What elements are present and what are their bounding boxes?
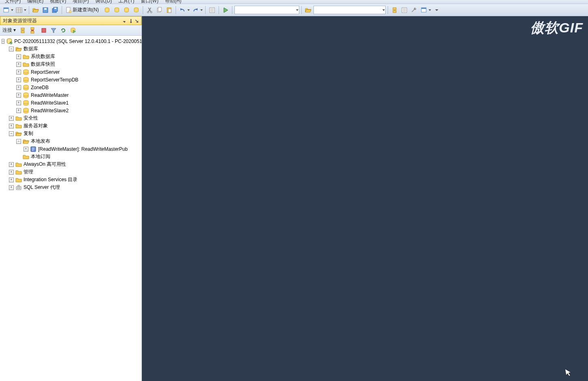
- template-explorer-button[interactable]: [400, 6, 409, 15]
- save-button[interactable]: [41, 6, 50, 15]
- dmx-query-button[interactable]: [132, 6, 141, 15]
- tree-security[interactable]: + 安全性: [2, 114, 142, 122]
- panel-menu-icon[interactable]: [120, 17, 127, 24]
- tree-db-readwritemaster[interactable]: + ReadWriteMaster: [2, 91, 142, 99]
- database-combo[interactable]: [313, 6, 386, 14]
- new-query-label: 新建查询(N): [72, 6, 101, 13]
- folder-icon: [23, 61, 29, 68]
- tree-db-reportservertempdb[interactable]: + ReportServerTempDB: [2, 76, 142, 83]
- add-item-dropdown[interactable]: [24, 6, 27, 15]
- tree-label: ReadWriteMaster: [31, 92, 69, 98]
- tree-alwayson[interactable]: + AlwaysOn 高可用性: [2, 161, 142, 168]
- expand-icon[interactable]: +: [9, 178, 14, 182]
- document-area: 傲软GIF: [142, 16, 588, 381]
- save-all-button[interactable]: [51, 6, 60, 15]
- expand-icon[interactable]: +: [16, 70, 21, 75]
- connect-button[interactable]: [18, 26, 27, 35]
- panel-title-text: 对象资源管理器: [3, 17, 37, 24]
- menu-project[interactable]: 项目(P): [69, 0, 92, 3]
- solution-config-combo[interactable]: [234, 6, 299, 14]
- panel-pin-icon[interactable]: [127, 17, 133, 24]
- toolbar-overflow-button[interactable]: [432, 6, 441, 15]
- expand-icon[interactable]: +: [16, 93, 21, 98]
- object-tree[interactable]: − PC-202005111332 (SQL Server 12.0.4100.…: [0, 36, 142, 381]
- main-toolbar: 新建查询(N): [0, 4, 588, 16]
- tree-server-root[interactable]: − PC-202005111332 (SQL Server 12.0.4100.…: [2, 37, 142, 45]
- connect-label[interactable]: 连接 ▾: [2, 27, 17, 34]
- expand-icon[interactable]: +: [9, 124, 14, 128]
- menu-window[interactable]: 窗口(W): [137, 0, 161, 3]
- undo-button[interactable]: [178, 6, 187, 15]
- start-debug-button[interactable]: [221, 6, 230, 15]
- expand-icon[interactable]: +: [16, 85, 21, 90]
- activity-monitor-button[interactable]: [208, 6, 217, 15]
- explorer-exec-button[interactable]: [69, 26, 77, 35]
- undo-dropdown[interactable]: [187, 6, 190, 15]
- tree-label: 系统数据库: [31, 53, 55, 60]
- expand-icon[interactable]: +: [9, 170, 14, 175]
- tree-management[interactable]: + 管理: [2, 168, 142, 176]
- tree-db-readwriteslave2[interactable]: + ReadWriteSlave2: [2, 107, 142, 114]
- expand-icon[interactable]: +: [9, 116, 14, 121]
- tree-replication[interactable]: − 复制: [2, 130, 142, 137]
- registered-servers-button[interactable]: [390, 6, 399, 15]
- refresh-button[interactable]: [59, 26, 68, 35]
- new-query-button[interactable]: 新建查询(N): [64, 6, 102, 15]
- mdx-query-button[interactable]: [122, 6, 131, 15]
- menu-tools[interactable]: 工具(T): [115, 0, 137, 3]
- new-project-button[interactable]: [2, 6, 11, 15]
- stop-button[interactable]: [39, 26, 48, 35]
- expand-icon[interactable]: +: [24, 147, 28, 152]
- cut-button[interactable]: [145, 6, 154, 15]
- expand-icon[interactable]: −: [16, 139, 21, 144]
- open-file-button[interactable]: [31, 6, 40, 15]
- expand-icon[interactable]: +: [9, 185, 14, 190]
- tree-integration-services[interactable]: + Integration Services 目录: [2, 176, 142, 184]
- tree-server-objects[interactable]: + 服务器对象: [2, 122, 142, 130]
- copy-button[interactable]: [155, 6, 164, 15]
- properties-button[interactable]: [410, 6, 418, 15]
- new-project-dropdown[interactable]: [11, 6, 14, 15]
- expand-icon[interactable]: −: [9, 47, 14, 51]
- database-icon: [23, 77, 29, 83]
- menu-help[interactable]: 帮助(H): [162, 0, 185, 3]
- menu-view[interactable]: 视图(V): [47, 0, 69, 3]
- expand-icon[interactable]: −: [2, 39, 4, 44]
- expand-icon[interactable]: +: [16, 101, 21, 105]
- tree-db-zonedb[interactable]: + ZoneDB: [2, 83, 142, 91]
- tree-label: 数据库: [24, 45, 38, 52]
- tree-local-subscriptions[interactable]: 本地订阅: [2, 153, 142, 161]
- tree-db-snapshots[interactable]: + 数据库快照: [2, 60, 142, 68]
- tree-publication-item[interactable]: + [ReadWriteMaster]: ReadWriteMasterPub: [2, 145, 142, 153]
- expand-icon[interactable]: +: [16, 62, 21, 67]
- panel-close-icon[interactable]: [133, 17, 139, 24]
- tree-local-publications[interactable]: − 本地发布: [2, 137, 142, 145]
- expand-icon[interactable]: +: [16, 77, 21, 82]
- tree-system-databases[interactable]: + 系统数据库: [2, 53, 142, 60]
- tree-databases[interactable]: − 数据库: [2, 45, 142, 53]
- engine-query-button[interactable]: [103, 6, 112, 15]
- folder-icon: [23, 154, 29, 160]
- menu-debug[interactable]: 调试(D): [92, 0, 115, 3]
- analysis-query-button[interactable]: [112, 6, 121, 15]
- panel-toolbar: 连接 ▾: [0, 25, 142, 36]
- paste-button[interactable]: [165, 6, 174, 15]
- expand-icon[interactable]: +: [9, 162, 14, 167]
- options-dropdown[interactable]: [428, 6, 431, 15]
- add-item-button[interactable]: [15, 6, 24, 15]
- options-button[interactable]: [419, 6, 428, 15]
- expand-icon[interactable]: +: [16, 54, 21, 59]
- tree-label: 本地订阅: [31, 153, 50, 160]
- tree-sql-agent[interactable]: + SQL Server 代理: [2, 184, 142, 191]
- menu-file[interactable]: 文件(F): [2, 0, 24, 3]
- redo-dropdown[interactable]: [200, 6, 203, 15]
- menu-edit[interactable]: 编辑(E): [24, 0, 47, 3]
- disconnect-button[interactable]: [28, 26, 37, 35]
- expand-icon[interactable]: −: [9, 131, 14, 136]
- redo-button[interactable]: [191, 6, 200, 15]
- expand-icon[interactable]: +: [16, 108, 21, 113]
- filter-button[interactable]: [49, 26, 58, 35]
- tree-db-readwriteslave1[interactable]: + ReadWriteSlave1: [2, 99, 142, 107]
- db-selector-icon[interactable]: [304, 6, 313, 15]
- tree-db-reportserver[interactable]: + ReportServer: [2, 68, 142, 76]
